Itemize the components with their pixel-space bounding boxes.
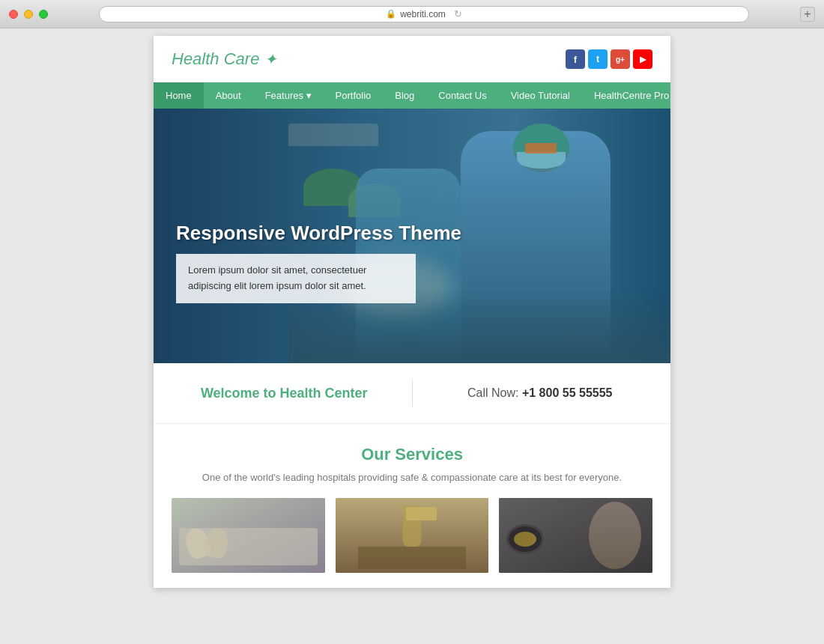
surgical-mask	[517, 152, 566, 168]
welcome-divider	[412, 380, 413, 407]
browser-window: 🔒 webriti.com ↻ + Health Care ✦ f t g+ ▶	[0, 0, 824, 644]
site-header: Health Care ✦ f t g+ ▶	[154, 36, 670, 82]
social-icons-group: f t g+ ▶	[566, 49, 652, 69]
logo-bird-icon: ✦	[264, 51, 277, 67]
tube-top	[406, 507, 437, 520]
facebook-icon[interactable]: f	[566, 49, 585, 69]
nav-item-blog[interactable]: Blog	[383, 82, 426, 109]
nav-item-contact[interactable]: Contact Us	[426, 82, 498, 109]
service-card-eye[interactable]	[499, 498, 652, 573]
nav-item-home[interactable]: Home	[154, 82, 204, 109]
nav-item-features[interactable]: Features ▾	[253, 82, 324, 109]
browser-content: Health Care ✦ f t g+ ▶ Home About	[0, 28, 824, 644]
minimize-button[interactable]	[24, 10, 33, 19]
hero-description: Lorem ipsum dolor sit amet, consectetuer…	[176, 254, 416, 303]
refresh-icon[interactable]: ↻	[454, 8, 462, 19]
service-card-surgery[interactable]	[172, 498, 325, 573]
hand-overlay	[499, 498, 652, 573]
maximize-button[interactable]	[39, 10, 48, 19]
gloved-hand-2	[358, 547, 467, 569]
site-logo[interactable]: Health Care ✦	[172, 49, 277, 69]
hero-section: Responsive WordPress Theme Lorem ipsum d…	[154, 109, 670, 363]
welcome-text: Welcome to Health Center	[172, 386, 397, 401]
youtube-icon[interactable]: ▶	[633, 49, 652, 69]
phone-number: +1 800 55 55555	[522, 386, 613, 399]
website-container: Health Care ✦ f t g+ ▶ Home About	[154, 36, 670, 588]
welcome-section: Welcome to Health Center Call Now: +1 80…	[154, 363, 670, 424]
services-section: Our Services One of the world's leading …	[154, 424, 670, 588]
browser-titlebar: 🔒 webriti.com ↻ +	[0, 0, 824, 28]
hero-title: Responsive WordPress Theme	[176, 222, 461, 245]
nav-item-about[interactable]: About	[204, 82, 253, 109]
nav-item-healthcentre[interactable]: HealthCentre Pro	[582, 82, 670, 109]
twitter-icon[interactable]: t	[588, 49, 608, 69]
address-bar[interactable]: 🔒 webriti.com ↻	[99, 6, 749, 22]
hero-text-container: Responsive WordPress Theme Lorem ipsum d…	[176, 222, 461, 303]
site-navigation: Home About Features ▾ Portfolio Blog Con…	[154, 82, 670, 109]
nav-item-video[interactable]: Video Tutorial	[499, 82, 582, 109]
nav-item-portfolio[interactable]: Portfolio	[324, 82, 384, 109]
google-plus-icon[interactable]: g+	[611, 49, 630, 69]
close-button[interactable]	[9, 10, 18, 19]
logo-health: Health	[172, 49, 219, 68]
logo-care: Care	[224, 49, 260, 68]
services-grid	[172, 498, 652, 573]
surgeon-glasses	[525, 143, 557, 154]
operating-light	[288, 124, 378, 146]
call-label: Call Now:	[467, 386, 518, 399]
lock-icon: 🔒	[386, 9, 396, 19]
new-tab-button[interactable]: +	[800, 7, 815, 22]
services-title: Our Services	[172, 445, 652, 464]
call-now-text: Call Now: +1 800 55 55555	[428, 386, 653, 400]
services-subtitle: One of the world's leading hospitals pro…	[172, 472, 652, 483]
url-text: webriti.com	[400, 9, 446, 19]
service-card-lab[interactable]	[336, 498, 489, 573]
